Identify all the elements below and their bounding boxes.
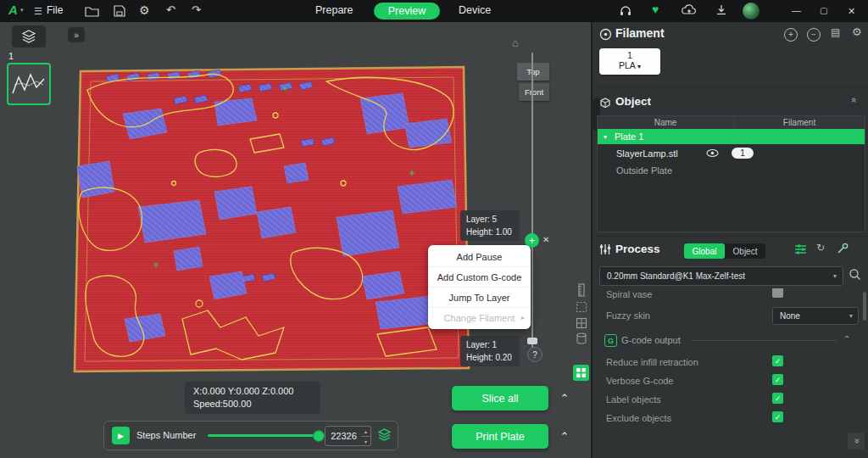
fuzzy-skin-value: None [773, 311, 849, 321]
file-menu[interactable]: File [47, 4, 63, 16]
reset-preset-icon[interactable]: ↻ [816, 242, 825, 254]
coords-speed: Speed:500.00 [193, 398, 312, 411]
setting-row-fuzzy-skin: Fuzzy skin None ▾ [593, 305, 864, 326]
sliced-plate-preview[interactable] [72, 64, 472, 375]
layer-steps-icon[interactable] [377, 427, 392, 445]
open-folder-icon[interactable] [85, 5, 99, 20]
layers-icon [21, 30, 36, 43]
bounding-box-icon[interactable] [576, 301, 587, 316]
user-avatar[interactable] [743, 3, 760, 20]
view-front-button[interactable]: Front [519, 83, 549, 101]
play-animation-button[interactable]: ▶ [112, 427, 130, 444]
download-icon[interactable] [715, 4, 727, 20]
filament-slot-number: 1 [599, 48, 660, 60]
menu-item-add-custom-gcode[interactable]: Add Custom G-code [428, 267, 531, 288]
filament-settings-gear-icon[interactable]: ⚙ [852, 25, 862, 38]
tooltip-layer-top: Layer: 5 [466, 213, 514, 226]
steps-value-input[interactable] [326, 427, 362, 445]
settings-gear-icon[interactable]: ⚙ [139, 3, 150, 17]
section-divider [593, 236, 868, 237]
tab-device[interactable]: Device [459, 4, 491, 16]
gcode-output-section[interactable]: G G-code output ⌃ [593, 332, 864, 349]
object-table: Name Filament ▾ Plate 1 SlayerLamp.stl 1… [597, 115, 865, 232]
plate-expand-caret-icon[interactable]: ▾ [604, 133, 607, 141]
cylinder-tool-icon[interactable] [576, 332, 587, 349]
model-filament-badge[interactable]: 1 [732, 148, 754, 159]
exclude-objects-checkbox[interactable]: ✓ [772, 411, 783, 422]
stepper-down-icon[interactable]: ▾ [361, 437, 370, 445]
layer-slider-bottom-handle[interactable] [527, 338, 537, 344]
table-row-model[interactable]: SlayerLamp.stl 1 [598, 144, 865, 163]
steps-slider-handle[interactable] [313, 430, 325, 442]
expand-plate-list-button[interactable]: » [68, 27, 85, 42]
layer-view-button[interactable] [12, 25, 46, 47]
table-row-plate[interactable]: ▾ Plate 1 [598, 129, 865, 144]
close-window-icon[interactable]: ✕ [848, 4, 855, 18]
process-sliders-icon [599, 243, 611, 259]
dismiss-layer-action-icon[interactable]: ✕ [542, 235, 549, 244]
process-preset-select[interactable]: 0.20mm Standard@K1 Max-Zelf-test ▾ [599, 266, 843, 286]
toggle-object[interactable]: Object [725, 243, 765, 259]
spiral-vase-checkbox[interactable] [772, 288, 783, 298]
remove-filament-icon[interactable]: − [807, 28, 821, 42]
assembly-view-button[interactable] [573, 365, 589, 381]
object-cube-icon [599, 97, 611, 112]
gcode-output-label: G-code output [621, 335, 681, 345]
panel-expand-button[interactable]: « [848, 433, 865, 450]
hamburger-icon[interactable]: ☰ [34, 4, 42, 18]
plate-thumbnail[interactable] [7, 63, 51, 105]
tooltip-height-top: Height: 1.00 [466, 226, 514, 238]
grid-view-icon[interactable] [576, 317, 587, 332]
verbose-gcode-checkbox[interactable]: ✓ [772, 374, 783, 385]
redo-icon[interactable]: ↷ [192, 3, 201, 17]
tools-wrench-icon[interactable] [837, 243, 849, 258]
maximize-icon[interactable]: ▢ [820, 4, 827, 18]
toggle-global[interactable]: Global [684, 243, 725, 259]
measure-ruler-icon[interactable] [576, 283, 587, 300]
support-headset-icon[interactable] [619, 4, 632, 20]
undo-icon[interactable]: ↶ [166, 3, 175, 17]
menu-item-jump-to-layer[interactable]: Jump To Layer [428, 288, 531, 308]
search-settings-icon[interactable] [849, 268, 861, 284]
stepper-up-icon[interactable]: ▴ [361, 427, 370, 437]
help-button[interactable]: ? [527, 347, 542, 362]
spiral-vase-label: Spiral vase [606, 289, 652, 299]
preset-caret-icon: ▾ [833, 272, 843, 280]
favorites-heart-icon[interactable]: ♥ [652, 3, 659, 16]
tab-prepare[interactable]: Prepare [315, 4, 353, 16]
settings-scrollbar[interactable] [863, 292, 866, 321]
right-panel: Filament + − ▤ ⚙ 1 PLA ▾ Object « Name F… [591, 22, 868, 458]
filament-list-icon[interactable]: ▤ [831, 26, 840, 38]
add-filament-icon[interactable]: + [784, 28, 798, 42]
menu-item-add-pause[interactable]: Add Pause [428, 247, 531, 267]
app-logo[interactable]: A [8, 3, 18, 17]
save-icon[interactable] [114, 5, 125, 20]
label-objects-checkbox[interactable]: ✓ [772, 393, 783, 404]
gcode-collapse-chevron-icon[interactable]: ⌃ [843, 334, 850, 344]
reduce-infill-label: Reduce infill retraction [606, 357, 698, 367]
visibility-eye-icon[interactable] [706, 148, 719, 159]
steps-slider-track[interactable] [208, 434, 320, 437]
gcode-badge-icon: G [604, 334, 617, 347]
tab-preview[interactable]: Preview [374, 3, 440, 20]
process-settings-scroll[interactable]: Spiral vase Fuzzy skin None ▾ G G-code o… [593, 288, 864, 429]
slice-options-chevron-icon[interactable]: ⌃ [554, 388, 576, 407]
menu-item-change-filament[interactable]: Change Filament ▸ [428, 308, 531, 327]
fuzzy-skin-label: Fuzzy skin [606, 310, 650, 321]
logo-caret-icon[interactable]: ▾ [20, 7, 24, 14]
advanced-settings-icon[interactable] [794, 243, 807, 259]
slice-all-button[interactable]: Slice all [452, 386, 548, 411]
filament-slot-card[interactable]: 1 PLA ▾ [599, 48, 660, 75]
home-view-icon[interactable]: ⌂ [512, 36, 519, 49]
object-collapse-icon[interactable]: « [849, 98, 860, 103]
layer-slider-track[interactable] [531, 53, 533, 348]
reduce-infill-checkbox[interactable]: ✓ [772, 355, 783, 366]
view-top-button[interactable]: Top [517, 63, 549, 81]
cloud-upload-icon[interactable] [682, 4, 697, 20]
print-plate-button[interactable]: Print Plate [452, 424, 548, 449]
fuzzy-skin-select[interactable]: None ▾ [772, 307, 859, 325]
table-row-outside[interactable]: Outside Plate [598, 163, 865, 180]
setting-row-reduce-infill: Reduce infill retraction ✓ [593, 355, 864, 373]
minimize-icon[interactable]: — [792, 3, 801, 17]
print-options-chevron-icon[interactable]: ⌃ [554, 427, 576, 445]
